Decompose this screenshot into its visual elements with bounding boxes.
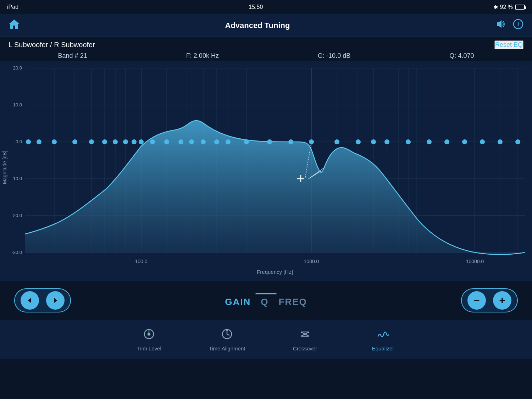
svg-point-73 [356, 139, 361, 144]
freq-label: F: 2.00k Hz [186, 52, 219, 60]
svg-rect-87 [500, 300, 505, 301]
battery-icon [515, 5, 525, 10]
battery-label: 92 % [500, 4, 513, 10]
svg-point-64 [189, 139, 194, 144]
band-number-label: Band # 21 [58, 52, 87, 60]
svg-point-59 [132, 139, 137, 144]
trim-level-label: Trim Level [137, 345, 161, 351]
svg-point-54 [72, 139, 77, 144]
gain-label: G: -10.0 dB [318, 52, 350, 60]
svg-text:10000.0: 10000.0 [466, 259, 484, 264]
svg-text:i: i [517, 21, 519, 27]
svg-text:Magnitude [dB]: Magnitude [dB] [2, 151, 7, 184]
plus-minus-controls [461, 288, 518, 312]
svg-point-81 [498, 139, 503, 144]
svg-point-63 [178, 139, 183, 144]
svg-point-69 [267, 139, 272, 144]
svg-point-62 [164, 139, 169, 144]
tab-bar: Trim Level Time Alignment Crossover [0, 320, 532, 359]
header-center: Advanced Tuning [225, 21, 290, 30]
time-alignment-label: Time Alignment [209, 345, 245, 351]
svg-point-72 [334, 139, 339, 144]
q-param-button[interactable]: Q [261, 297, 268, 307]
svg-text:10.0: 10.0 [13, 102, 22, 107]
tab-equalizer[interactable]: Equalizer [344, 324, 422, 355]
svg-text:-20.0: -20.0 [11, 213, 22, 218]
prev-button[interactable] [21, 291, 39, 310]
reset-eq-button[interactable]: Reset EQ [494, 40, 523, 49]
svg-text:1000.0: 1000.0 [304, 259, 319, 264]
crossover-icon [299, 328, 311, 343]
eq-chart-container[interactable]: 20.0 10.0 0.0 -10.0 -20.0 -30.0 Magnitud… [0, 61, 532, 281]
svg-rect-85 [474, 300, 480, 301]
channel-label: L Subwoofer / R Subwoofer [9, 41, 95, 49]
device-label: iPad [7, 4, 18, 10]
param-buttons: GAIN Q FREQ [225, 297, 307, 307]
page-title: Advanced Tuning [225, 21, 290, 30]
svg-point-57 [113, 139, 118, 144]
gain-underline [255, 293, 277, 294]
equalizer-label: Equalizer [372, 345, 394, 351]
svg-point-58 [123, 139, 128, 144]
svg-line-92 [227, 334, 229, 335]
controls-row: GAIN Q FREQ [0, 281, 532, 320]
time-alignment-icon [221, 328, 233, 343]
eq-chart[interactable]: 20.0 10.0 0.0 -10.0 -20.0 -30.0 Magnitud… [0, 61, 532, 281]
svg-text:Frequency [Hz]: Frequency [Hz] [257, 269, 293, 275]
svg-point-66 [214, 139, 219, 144]
svg-text:20.0: 20.0 [13, 65, 22, 71]
svg-marker-84 [54, 298, 57, 303]
sub-header: L Subwoofer / R Subwoofer Reset EQ [0, 37, 532, 51]
equalizer-icon [377, 328, 389, 343]
svg-text:100.0: 100.0 [135, 259, 147, 264]
tab-time-alignment[interactable]: Time Alignment [188, 324, 266, 355]
svg-point-79 [462, 139, 467, 144]
gain-param-button[interactable]: GAIN [225, 297, 251, 307]
svg-point-93 [226, 330, 228, 331]
svg-point-74 [371, 139, 376, 144]
svg-marker-83 [28, 298, 31, 303]
header: Advanced Tuning i [0, 14, 532, 37]
home-button[interactable] [9, 18, 20, 32]
svg-point-61 [150, 139, 155, 144]
status-bar: iPad 15:50 ✱ 92 % [0, 0, 532, 14]
time-label: 15:50 [249, 4, 263, 10]
svg-point-71 [309, 139, 314, 144]
svg-text:0.0: 0.0 [16, 139, 22, 144]
svg-point-77 [427, 139, 432, 144]
svg-point-89 [148, 333, 150, 335]
tab-crossover[interactable]: Crossover [266, 324, 344, 355]
svg-point-68 [244, 139, 249, 144]
crossover-label: Crossover [293, 345, 317, 351]
svg-point-75 [384, 139, 389, 144]
playback-controls [14, 288, 71, 312]
bluetooth-icon: ✱ [493, 4, 498, 11]
svg-point-52 [37, 139, 41, 144]
header-right: i [495, 19, 523, 32]
status-right: ✱ 92 % [493, 4, 525, 11]
info-button[interactable]: i [513, 19, 523, 32]
header-left [9, 18, 20, 32]
q-label: Q: 4.070 [449, 52, 474, 60]
svg-point-60 [139, 139, 144, 144]
svg-point-78 [444, 139, 449, 144]
next-button[interactable] [46, 291, 65, 310]
minus-button[interactable] [467, 291, 486, 310]
speaker-button[interactable] [495, 19, 506, 32]
gain-controls: GAIN Q FREQ [225, 293, 307, 307]
freq-param-button[interactable]: FREQ [279, 297, 307, 307]
svg-point-65 [201, 139, 206, 144]
band-info: Band # 21 F: 2.00k Hz G: -10.0 dB Q: 4.0… [0, 51, 532, 61]
plus-button[interactable] [493, 291, 511, 310]
svg-point-76 [406, 139, 411, 144]
trim-level-icon [143, 328, 155, 343]
tab-trim-level[interactable]: Trim Level [110, 324, 188, 355]
svg-text:-30.0: -30.0 [11, 250, 22, 255]
svg-text:-10.0: -10.0 [11, 176, 22, 181]
svg-point-55 [89, 139, 94, 144]
svg-point-67 [226, 139, 231, 144]
svg-point-56 [102, 139, 107, 144]
svg-point-82 [515, 139, 520, 144]
svg-point-53 [52, 139, 57, 144]
svg-point-70 [288, 139, 293, 144]
